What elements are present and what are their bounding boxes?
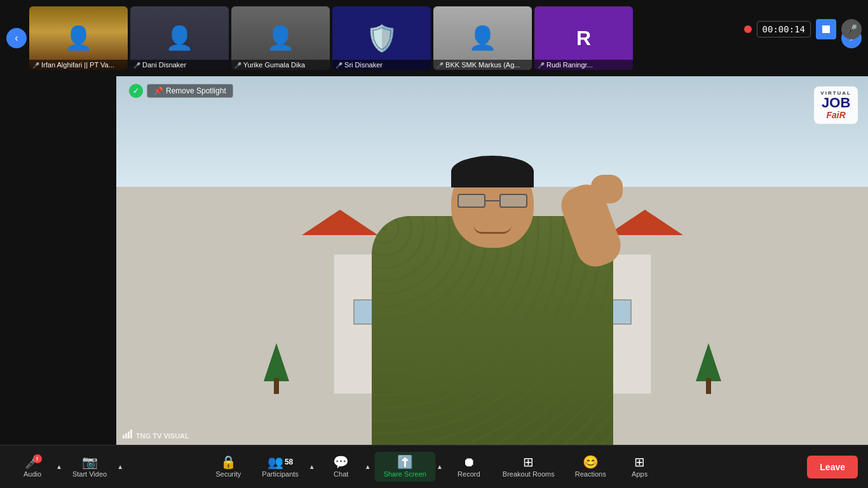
- video-icon: 📷: [82, 456, 98, 468]
- spotlight-badge: ✓ 📌 Remove Spotlight: [129, 84, 233, 98]
- breakout-rooms-icon: ⊞: [523, 456, 534, 468]
- apps-icon: ⊞: [634, 456, 645, 468]
- toolbar-center-controls: 🔒 Security 👥 58 Participants ▲ 💬 Chat ▲: [206, 452, 661, 482]
- pin-icon: 📌: [154, 86, 163, 95]
- participants-icon: 👥: [268, 456, 283, 468]
- participants-button[interactable]: 👥 58 Participants: [253, 452, 307, 482]
- participants-caret-button[interactable]: ▲: [308, 462, 316, 471]
- breakout-rooms-button[interactable]: ⊞ Breakout Rooms: [494, 452, 564, 482]
- scene-background: [116, 76, 868, 445]
- audio-button[interactable]: 🎤 ! Audio: [10, 452, 55, 482]
- start-video-button[interactable]: 📷 Start Video: [64, 452, 116, 482]
- vjf-logo: VIRTUAL JOB FaiR: [814, 86, 858, 124]
- participant-thumb-3[interactable]: 👤 🎤 Yurike Gumala Dika: [231, 6, 330, 70]
- share-screen-group: ⬆️ Share Screen ▲: [375, 452, 444, 482]
- video-group: 📷 Start Video ▲: [64, 452, 125, 482]
- left-panel: [0, 76, 116, 445]
- participant-name-5: 🎤 BKK SMK Markus (Ag...: [433, 60, 532, 70]
- chat-icon: 💬: [333, 456, 349, 468]
- prev-participant-arrow[interactable]: ‹: [6, 28, 27, 48]
- record-icon: ⏺: [463, 456, 475, 468]
- leave-button[interactable]: Leave: [807, 456, 858, 478]
- participant-strip: ‹ 👤 🎤 Irfan Alghifari || PT Va... 👤 🎤 Da…: [0, 0, 868, 76]
- tree-1: [264, 343, 289, 394]
- audio-warning-badge: !: [33, 454, 42, 463]
- audio-caret-button[interactable]: ▲: [55, 462, 64, 471]
- security-icon: 🔒: [220, 456, 236, 468]
- participant-name-3: 🎤 Yurike Gumala Dika: [231, 60, 330, 70]
- video-caret-button[interactable]: ▲: [116, 462, 125, 471]
- reactions-icon: 😊: [583, 456, 599, 468]
- mute-microphone-button[interactable]: 🎤: [841, 19, 862, 39]
- spotlight-person: [334, 140, 651, 445]
- apps-button[interactable]: ⊞ Apps: [618, 452, 662, 482]
- chat-caret-button[interactable]: ▲: [363, 462, 372, 471]
- participant-thumb-4[interactable]: 🛡️ 🎤 Sri Disnaker: [332, 6, 431, 70]
- chat-button[interactable]: 💬 Chat: [319, 452, 363, 482]
- tree-2: [696, 343, 721, 394]
- share-screen-caret-button[interactable]: ▲: [435, 462, 444, 471]
- toolbar-right-controls: Leave: [807, 456, 858, 478]
- toolbar-left-controls: 🎤 ! Audio ▲ 📷 Start Video ▲: [10, 452, 125, 482]
- chat-group: 💬 Chat ▲: [319, 452, 372, 482]
- main-video-area: ✓ 📌 Remove Spotlight VIRTUAL JOB FaiR TN…: [116, 76, 868, 445]
- security-group: 🔒 Security: [206, 452, 250, 482]
- security-button[interactable]: 🔒 Security: [206, 452, 250, 482]
- participant-name-2: 🎤 Dani Disnaker: [130, 60, 229, 70]
- participant-thumb-6[interactable]: R 🎤 Rudi Raningr...: [534, 6, 633, 70]
- person-hand: [591, 175, 623, 203]
- audio-icon-wrap: 🎤 !: [25, 456, 41, 468]
- reactions-button[interactable]: 😊 Reactions: [566, 452, 615, 482]
- record-group: ⏺ Record: [447, 452, 491, 482]
- participant-thumb-2[interactable]: 👤 🎤 Dani Disnaker: [130, 6, 229, 70]
- remove-spotlight-button[interactable]: 📌 Remove Spotlight: [147, 84, 233, 98]
- participant-name-6: 🎤 Rudi Raningr...: [534, 60, 633, 70]
- audio-group: 🎤 ! Audio ▲: [10, 452, 64, 482]
- spotlight-check-icon: ✓: [129, 84, 143, 98]
- person-head: [451, 159, 534, 248]
- stop-recording-button[interactable]: [816, 19, 836, 39]
- record-button[interactable]: ⏺ Record: [447, 452, 491, 482]
- participant-r-badge: R: [565, 19, 603, 57]
- participants-icon-wrap: 👥 58: [268, 456, 293, 468]
- share-screen-button[interactable]: ⬆️ Share Screen: [375, 452, 435, 482]
- participant-thumb-1[interactable]: 👤 🎤 Irfan Alghifari || PT Va...: [29, 6, 128, 70]
- person-glasses: [458, 194, 527, 208]
- participant-name-1: 🎤 Irfan Alghifari || PT Va...: [29, 60, 128, 70]
- reactions-group: 😊 Reactions: [566, 452, 615, 482]
- recording-dot: [744, 25, 752, 33]
- top-right-controls: 00:00:14 🎤: [744, 19, 862, 39]
- participant-thumb-5[interactable]: 👤 🎤 BKK SMK Markus (Ag...: [433, 6, 532, 70]
- breakout-rooms-group: ⊞ Breakout Rooms: [494, 452, 564, 482]
- bottom-toolbar: 🎤 ! Audio ▲ 📷 Start Video ▲ 🔒 Security: [0, 445, 868, 488]
- stop-icon: [822, 25, 830, 33]
- watermark: TNG TV VISUAL: [123, 430, 189, 440]
- participant-name-4: 🎤 Sri Disnaker: [332, 60, 431, 70]
- mute-icon: 🎤: [846, 24, 857, 34]
- share-screen-icon: ⬆️: [397, 456, 413, 468]
- apps-group: ⊞ Apps: [618, 452, 662, 482]
- participants-group: 👥 58 Participants ▲: [253, 452, 316, 482]
- recording-timer: 00:00:14: [757, 21, 811, 37]
